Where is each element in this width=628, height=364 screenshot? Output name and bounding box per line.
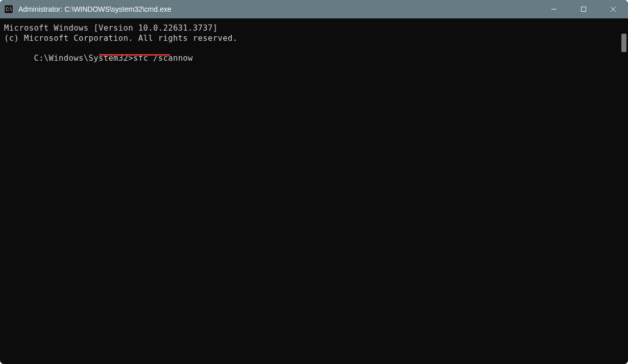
command-underline-annotation (99, 54, 170, 56)
scrollbar-thumb[interactable] (621, 34, 626, 52)
minimize-icon (551, 6, 557, 12)
window-controls (539, 0, 628, 18)
window-title: Administrator: C:\WINDOWS\system32\cmd.e… (18, 5, 539, 13)
cmd-icon-text: C:\ (6, 7, 11, 12)
vertical-scrollbar[interactable] (619, 18, 628, 364)
version-line: Microsoft Windows [Version 10.0.22631.37… (4, 23, 624, 34)
cmd-icon: C:\ (4, 5, 13, 14)
prompt-line: C:\Windows\System32>sfc /scannow (4, 44, 193, 84)
titlebar[interactable]: C:\ Administrator: C:\WINDOWS\system32\c… (0, 0, 628, 18)
close-button[interactable] (598, 0, 628, 18)
copyright-line: (c) Microsoft Corporation. All rights re… (4, 34, 624, 44)
maximize-button[interactable] (569, 0, 598, 18)
svg-rect-1 (582, 7, 586, 12)
terminal-body[interactable]: Microsoft Windows [Version 10.0.22631.37… (0, 18, 628, 364)
close-icon (610, 6, 616, 12)
maximize-icon (581, 6, 587, 12)
cmd-window: C:\ Administrator: C:\WINDOWS\system32\c… (0, 0, 628, 364)
minimize-button[interactable] (539, 0, 569, 18)
